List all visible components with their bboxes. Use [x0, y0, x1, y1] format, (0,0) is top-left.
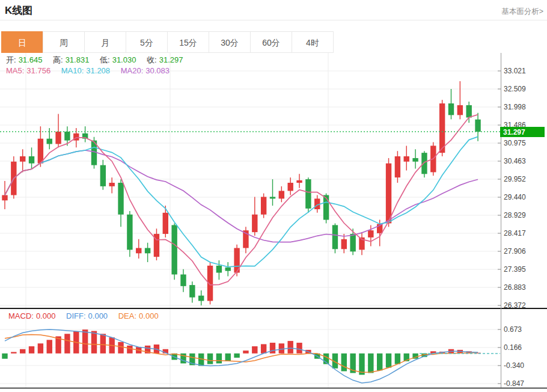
- price-axis-label: 30.463: [504, 157, 526, 165]
- dea-label: DEA:: [118, 311, 136, 320]
- tab-day[interactable]: 日: [1, 31, 43, 53]
- current-price-badge: 31.297: [500, 127, 545, 137]
- macd-histogram: [2, 329, 480, 375]
- close-label: 收:: [147, 55, 157, 64]
- diff-label: DIFF:: [66, 311, 86, 320]
- page-title: K线图: [5, 4, 32, 17]
- tab-30min[interactable]: 30分: [209, 31, 251, 53]
- tab-4hour[interactable]: 4时: [292, 31, 334, 53]
- low-label: 低:: [100, 55, 110, 64]
- price-axis-label: 30.975: [504, 139, 526, 147]
- high-label: 高:: [53, 55, 63, 64]
- diff-value: 0.000: [88, 311, 108, 320]
- ma-legend: MA5:31.756 MA10:31.208 MA20:30.083: [6, 66, 172, 75]
- axis-tick-marks: [498, 71, 501, 384]
- candlestick-series: [2, 81, 480, 305]
- price-axis-label: 28.929: [504, 211, 526, 219]
- ma10-value: 31.208: [86, 66, 110, 75]
- macd-axis-label: -0.847: [504, 379, 524, 388]
- period-tabbar: 日 周 月 5分 15分 30分 60分 4时: [2, 31, 334, 53]
- price-axis-label: 29.440: [504, 193, 526, 201]
- ma5-value: 31.756: [26, 66, 50, 75]
- ma5-label: MA5:: [6, 66, 24, 75]
- ma20-value: 30.083: [145, 66, 170, 75]
- macd-axis-label: 0.673: [504, 325, 522, 334]
- ohlc-legend: 开:31.645 高:31.831 低:31.030 收:31.297: [6, 55, 185, 66]
- open-value: 31.645: [19, 55, 43, 64]
- macd-axis-label: 0.166: [504, 343, 522, 352]
- tab-month[interactable]: 月: [84, 31, 126, 53]
- price-axis-label: 31.998: [504, 103, 526, 111]
- price-axis-label: 27.906: [504, 247, 526, 256]
- dea-value: 0.000: [139, 311, 159, 320]
- tab-week[interactable]: 周: [43, 31, 85, 53]
- price-axis-label: 28.417: [504, 229, 526, 237]
- high-value: 31.831: [66, 55, 90, 64]
- macd-axis-label: -0.340: [504, 361, 524, 370]
- price-axis-label: 32.509: [504, 85, 526, 93]
- price-axis-label: 26.372: [504, 301, 526, 310]
- ma20-label: MA20:: [121, 66, 144, 75]
- macd-legend: MACD:0.000 DIFF:0.000 DEA:0.000: [8, 311, 161, 320]
- ma10-label: MA10:: [61, 66, 84, 75]
- tab-5min[interactable]: 5分: [126, 31, 168, 53]
- price-axis-label: 33.021: [504, 67, 526, 75]
- price-axis-label: 29.952: [504, 175, 526, 183]
- macd-value: 0.000: [36, 311, 56, 320]
- macd-label: MACD:: [8, 311, 34, 320]
- tab-60min[interactable]: 60分: [250, 31, 292, 53]
- price-axis-label: 27.395: [504, 265, 526, 274]
- close-value: 31.297: [159, 55, 183, 64]
- fundamental-analysis-link[interactable]: 基本面分析>: [501, 7, 543, 17]
- price-axis-labels: 33.021 32.509 31.998 31.486 30.975 30.46…: [504, 67, 526, 310]
- macd-axis-labels: 0.673 0.166 -0.340 -0.847: [504, 325, 524, 388]
- tab-15min[interactable]: 15分: [167, 31, 209, 53]
- header-divider: [0, 20, 547, 20]
- price-axis-label: 26.883: [504, 283, 526, 292]
- low-value: 31.030: [112, 55, 136, 64]
- open-label: 开:: [6, 55, 16, 64]
- current-price-value: 31.297: [503, 128, 525, 136]
